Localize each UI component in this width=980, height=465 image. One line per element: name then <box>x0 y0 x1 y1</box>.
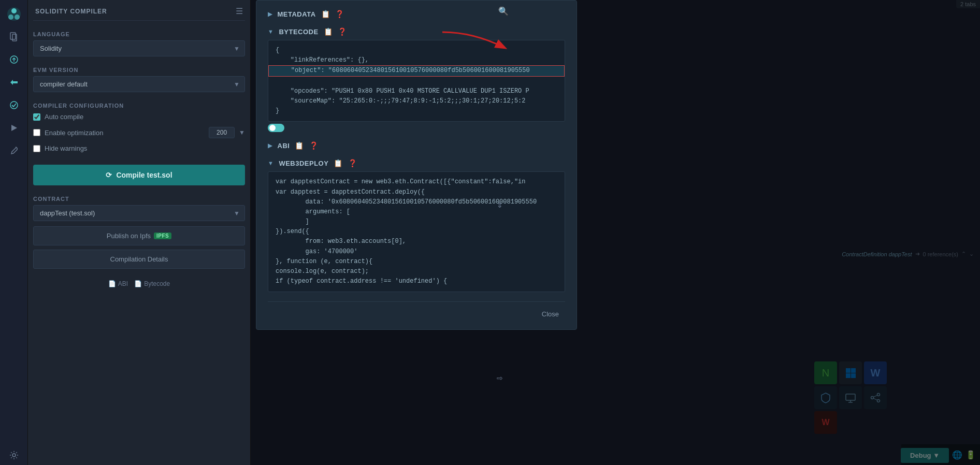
web3-line10: console.log(e, contract); <box>276 268 369 275</box>
deploy-icon[interactable] <box>4 50 24 69</box>
language-select[interactable]: Solidity <box>33 40 245 56</box>
metadata-label: METADATA <box>278 10 316 18</box>
enable-opt-row: Enable optimization ▼ <box>33 126 245 139</box>
bytecode-footer-icon: 📄 <box>134 280 142 287</box>
bytecode-object-line: "object": "60806040523480156100105760000… <box>268 65 565 76</box>
compilation-details-button[interactable]: Compilation Details <box>33 250 245 269</box>
hide-warnings-label: Hide warnings <box>45 144 87 152</box>
web3deploy-code-block: var dapptestContract = new web3.eth.Cont… <box>268 171 565 292</box>
metadata-help-icon[interactable]: ❓ <box>335 10 344 18</box>
modal-close-row: Close <box>268 301 565 320</box>
bytecode-copy-icon[interactable]: 📋 <box>324 27 333 36</box>
metadata-copy-icon[interactable]: 📋 <box>321 10 330 18</box>
web3deploy-section: ▼ WEB3DEPLOY 📋 ❓ var dapptestContract = … <box>268 159 565 292</box>
enable-opt-label: Enable optimization <box>45 129 103 137</box>
hide-warnings-checkbox[interactable] <box>33 145 40 152</box>
evm-select-wrapper: compiler default ▼ <box>33 76 245 92</box>
bytecode-footer-label: Bytecode <box>144 280 170 287</box>
run-icon[interactable] <box>4 118 24 138</box>
publish-btn-label: Publish on Ipfs <box>107 232 151 240</box>
abi-help-icon[interactable]: ❓ <box>309 141 319 150</box>
bytecode-toggle-slider[interactable] <box>268 124 284 132</box>
hide-warnings-row: Hide warnings <box>33 143 245 153</box>
web3-line8: gas: '4700000' <box>291 248 358 255</box>
enable-opt-checkbox[interactable] <box>33 129 40 136</box>
web3-line2: var dapptest = dapptestContract.deploy({ <box>276 188 425 196</box>
abi-footer-icon: 📄 <box>108 280 116 287</box>
contract-select[interactable]: dappTest (test.sol) <box>33 205 245 221</box>
settings-icon[interactable] <box>4 445 24 465</box>
svg-point-1 <box>11 8 17 13</box>
close-button[interactable]: Close <box>536 308 565 320</box>
evm-label: EVM VERSION <box>33 67 245 73</box>
sidebar-header: SOLIDITY COMPILER ☰ <box>33 0 245 21</box>
metadata-header[interactable]: ▶ METADATA 📋 ❓ <box>268 10 565 18</box>
auto-compile-checkbox[interactable] <box>33 113 40 121</box>
svg-point-8 <box>10 101 18 109</box>
compile-icon[interactable] <box>4 72 24 92</box>
svg-point-3 <box>15 14 20 20</box>
expand-mid-icon[interactable]: ⇕ <box>497 201 503 209</box>
metadata-section: ▶ METADATA 📋 ❓ <box>268 10 565 18</box>
bytecode-help-icon[interactable]: ❓ <box>338 27 347 36</box>
abi-copy-icon[interactable]: 📋 <box>295 141 304 150</box>
web3-line6: }).send({ <box>276 228 309 235</box>
evm-select[interactable]: compiler default <box>33 76 245 92</box>
web3-line5: ] <box>291 218 309 225</box>
web3-line4: arguments: [ <box>291 208 350 215</box>
language-label: LANGUAGE <box>33 31 245 37</box>
auto-compile-label: Auto compile <box>45 113 83 121</box>
footer-buttons: 📄 ABI 📄 Bytecode <box>33 280 245 287</box>
opt-number-input[interactable] <box>209 127 235 138</box>
compile-button[interactable]: ⟳ Compile test.sol <box>33 165 245 185</box>
wrench-icon[interactable] <box>4 141 24 161</box>
bytecode-footer-button[interactable]: 📄 Bytecode <box>134 280 170 287</box>
svg-point-10 <box>12 454 16 457</box>
menu-icon[interactable]: ☰ <box>236 6 243 16</box>
expand-bot-icon[interactable]: ⇨ <box>497 374 503 382</box>
contract-label: CONTRACT <box>33 196 245 202</box>
bytecode-header[interactable]: ▼ BYTECODE 📋 ❓ <box>268 27 565 36</box>
svg-point-2 <box>8 14 13 20</box>
ipfs-badge: IPFS <box>154 232 171 239</box>
main-area: 2 tabs 🔍 ▶ METADATA 📋 ❓ <box>251 0 980 465</box>
icon-bar <box>0 0 28 465</box>
abi-header[interactable]: ▶ ABI 📋 ❓ <box>268 141 565 150</box>
files-icon[interactable] <box>4 27 24 47</box>
web3deploy-copy-icon[interactable]: 📋 <box>334 159 343 167</box>
bytecode-code-block: { "linkReferences": {}, "object": "60806… <box>268 40 565 122</box>
web3-line7: from: web3.eth.accounts[0], <box>291 238 406 245</box>
details-btn-label: Compilation Details <box>110 255 168 263</box>
abi-section: ▶ ABI 📋 ❓ <box>268 141 565 150</box>
bytecode-label: BYTECODE <box>279 28 318 36</box>
compile-icon-spin: ⟳ <box>106 171 112 179</box>
publish-ipfs-button[interactable]: Publish on Ipfs IPFS <box>33 226 245 245</box>
web3deploy-header[interactable]: ▼ WEB3DEPLOY 📋 ❓ <box>268 159 565 167</box>
auto-compile-row: Auto compile <box>33 112 245 122</box>
bytecode-toggle-icon: ▼ <box>268 28 273 35</box>
modal-overlay: ▶ METADATA 📋 ❓ ▼ BYTECODE 📋 ❓ { "linkRef… <box>251 0 980 465</box>
sidebar: SOLIDITY COMPILER ☰ LANGUAGE Solidity ▼ … <box>28 0 251 465</box>
svg-marker-9 <box>11 125 17 131</box>
web3-line11: if (typeof contract.address !== 'undefin… <box>276 278 447 285</box>
abi-label: ABI <box>278 142 290 150</box>
language-select-wrapper: Solidity ▼ <box>33 40 245 56</box>
verify-icon[interactable] <box>4 95 24 115</box>
compiler-config-label: COMPILER CONFIGURATION <box>33 103 245 109</box>
abi-footer-button[interactable]: 📄 ABI <box>108 280 128 287</box>
web3deploy-help-icon[interactable]: ❓ <box>348 159 357 167</box>
web3deploy-label: WEB3DEPLOY <box>279 159 328 167</box>
logo-icon[interactable] <box>4 4 24 24</box>
opt-number-arrow: ▼ <box>239 129 245 136</box>
web3-line9: }, function (e, contract){ <box>276 258 372 265</box>
svg-rect-5 <box>12 34 17 41</box>
svg-rect-4 <box>10 33 16 39</box>
search-icon[interactable]: 🔍 <box>498 6 509 16</box>
compile-btn-label: Compile test.sol <box>116 171 172 179</box>
bytecode-sourcemap-line: "sourceMap": "25:265:0:-;;;79:47;8:9:-1;… <box>291 97 526 105</box>
bytecode-section: ▼ BYTECODE 📋 ❓ { "linkReferences": {}, "… <box>268 27 565 132</box>
contract-select-wrapper: dappTest (test.sol) ▼ <box>33 205 245 221</box>
bytecode-close: } <box>276 107 279 114</box>
abi-toggle-icon: ▶ <box>268 142 272 149</box>
bytecode-link-refs: "linkReferences": {}, <box>291 56 369 64</box>
